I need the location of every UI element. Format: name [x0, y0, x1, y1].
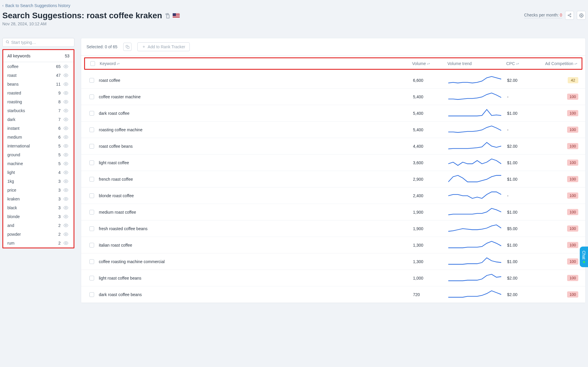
- keyword-filter-row[interactable]: roasted9: [3, 89, 72, 97]
- keyword-filter-row[interactable]: kraken3: [3, 195, 72, 203]
- row-checkbox[interactable]: [89, 144, 94, 149]
- row-checkbox[interactable]: [89, 160, 94, 165]
- cell-volume: 720: [413, 292, 448, 297]
- keyword-filter-count: 2: [55, 241, 61, 245]
- keyword-filter-name: powder: [7, 232, 55, 237]
- keyword-filter-row[interactable]: machine5: [3, 159, 72, 168]
- row-checkbox[interactable]: [89, 226, 94, 231]
- cell-keyword[interactable]: coffee roasting machine commercial: [98, 259, 413, 264]
- row-checkbox[interactable]: [89, 193, 94, 198]
- cell-keyword[interactable]: roast coffee beans: [98, 144, 413, 149]
- keyword-filter-row[interactable]: rum2: [3, 239, 72, 248]
- keyword-filter-row[interactable]: medium6: [3, 133, 72, 142]
- keyword-filter-row[interactable]: roasting8: [3, 97, 72, 106]
- row-checkbox[interactable]: [89, 276, 94, 280]
- eye-icon[interactable]: [64, 197, 68, 201]
- column-keyword[interactable]: Keyword▴▾: [99, 61, 412, 66]
- keyword-filter-row[interactable]: starbucks7: [3, 106, 72, 115]
- keyword-filter-row[interactable]: roast47: [3, 71, 72, 80]
- keyword-filter-row[interactable]: instant6: [3, 124, 72, 133]
- sort-icon: ▴▾: [427, 62, 430, 65]
- cell-keyword[interactable]: blonde roast coffee: [98, 193, 413, 198]
- search-input-wrap[interactable]: [2, 38, 74, 47]
- svg-point-1: [568, 15, 569, 16]
- eye-icon[interactable]: [64, 108, 68, 113]
- settings-button[interactable]: [577, 11, 586, 20]
- search-input[interactable]: [11, 40, 71, 45]
- cell-keyword[interactable]: italian roast coffee: [98, 243, 413, 248]
- column-cpc[interactable]: CPC▴▾: [506, 61, 542, 66]
- row-checkbox[interactable]: [89, 177, 94, 182]
- row-checkbox[interactable]: [89, 259, 94, 264]
- cell-volume: 1,300: [413, 243, 448, 248]
- cell-keyword[interactable]: light roast coffee: [98, 160, 413, 165]
- select-all-checkbox[interactable]: [90, 61, 95, 66]
- keyword-filter-row[interactable]: beans11: [3, 80, 72, 89]
- eye-icon[interactable]: [64, 126, 68, 131]
- cell-cpc: $1.00: [507, 111, 542, 116]
- cell-keyword[interactable]: dark roast coffee beans: [98, 292, 413, 297]
- copy-button[interactable]: [123, 43, 131, 51]
- eye-icon[interactable]: [64, 117, 68, 122]
- eye-icon[interactable]: [64, 135, 68, 140]
- cell-ad-competition: 100: [542, 291, 581, 298]
- keyword-filter-row[interactable]: powder2: [3, 230, 72, 239]
- cell-keyword[interactable]: coffee roaster machine: [98, 94, 413, 99]
- keyword-filter-row[interactable]: light4: [3, 168, 72, 177]
- eye-icon[interactable]: [64, 99, 68, 104]
- eye-icon[interactable]: [64, 73, 68, 78]
- keyword-filter-row[interactable]: blonde3: [3, 212, 72, 221]
- eye-icon[interactable]: [64, 232, 68, 237]
- tag-icon[interactable]: 🏷︎: [164, 13, 171, 19]
- column-volume-trend[interactable]: Volume trend: [447, 61, 506, 66]
- cell-keyword[interactable]: dark roast coffee: [98, 111, 413, 116]
- row-checkbox[interactable]: [89, 292, 94, 297]
- keyword-filter-row[interactable]: international5: [3, 142, 72, 150]
- row-checkbox[interactable]: [89, 78, 94, 83]
- eye-icon[interactable]: [64, 188, 68, 192]
- eye-icon[interactable]: [64, 82, 68, 87]
- row-checkbox[interactable]: [89, 210, 94, 215]
- eye-icon[interactable]: [64, 205, 68, 210]
- all-keywords-row[interactable]: All keywords 53: [3, 50, 74, 62]
- keyword-filter-row[interactable]: 1kg3: [3, 177, 72, 186]
- row-checkbox[interactable]: [89, 94, 94, 99]
- cell-keyword[interactable]: roasting coffee machine: [98, 127, 413, 132]
- eye-icon[interactable]: [64, 223, 68, 228]
- eye-icon[interactable]: [64, 170, 68, 175]
- eye-icon[interactable]: [64, 241, 68, 245]
- cell-keyword[interactable]: roast coffee: [98, 78, 413, 83]
- keyword-filter-row[interactable]: coffee65: [3, 62, 72, 71]
- svg-point-24: [65, 207, 66, 208]
- keyword-filter-row[interactable]: price3: [3, 186, 72, 195]
- keyword-filter-count: 11: [55, 82, 61, 87]
- keyword-filter-row[interactable]: ground5: [3, 150, 72, 159]
- add-to-rank-tracker-button[interactable]: ＋ Add to Rank Tracker: [137, 42, 190, 51]
- eye-icon[interactable]: [64, 161, 68, 166]
- eye-icon[interactable]: [64, 179, 68, 184]
- eye-icon[interactable]: [64, 91, 68, 95]
- share-button[interactable]: [565, 11, 574, 20]
- keyword-filter-row[interactable]: dark7: [3, 115, 72, 124]
- column-volume[interactable]: Volume▴▾: [412, 61, 447, 66]
- cell-trend: [448, 224, 507, 233]
- eye-icon[interactable]: [64, 144, 68, 148]
- keyword-filter-row[interactable]: and2: [3, 221, 72, 230]
- cell-cpc: $1.00: [507, 243, 542, 248]
- chat-widget[interactable]: Chat: [580, 247, 588, 268]
- eye-icon[interactable]: [64, 64, 68, 69]
- eye-icon[interactable]: [64, 214, 68, 219]
- cell-keyword[interactable]: medium roast coffee: [98, 210, 413, 215]
- column-ad-competition[interactable]: Ad Competition▴▾: [542, 61, 580, 66]
- row-checkbox[interactable]: [89, 243, 94, 248]
- cell-cpc: $2.00: [507, 144, 542, 149]
- cell-keyword[interactable]: fresh roasted coffee beans: [98, 226, 413, 231]
- cell-keyword[interactable]: light roast coffee beans: [98, 276, 413, 280]
- keyword-filter-name: dark: [7, 117, 55, 122]
- keyword-filter-row[interactable]: black3: [3, 203, 72, 212]
- row-checkbox[interactable]: [89, 127, 94, 132]
- cell-keyword[interactable]: french roast coffee: [98, 177, 413, 182]
- back-link[interactable]: ‹ Back to Search Suggestions history: [2, 3, 70, 8]
- eye-icon[interactable]: [64, 152, 68, 157]
- row-checkbox[interactable]: [89, 111, 94, 116]
